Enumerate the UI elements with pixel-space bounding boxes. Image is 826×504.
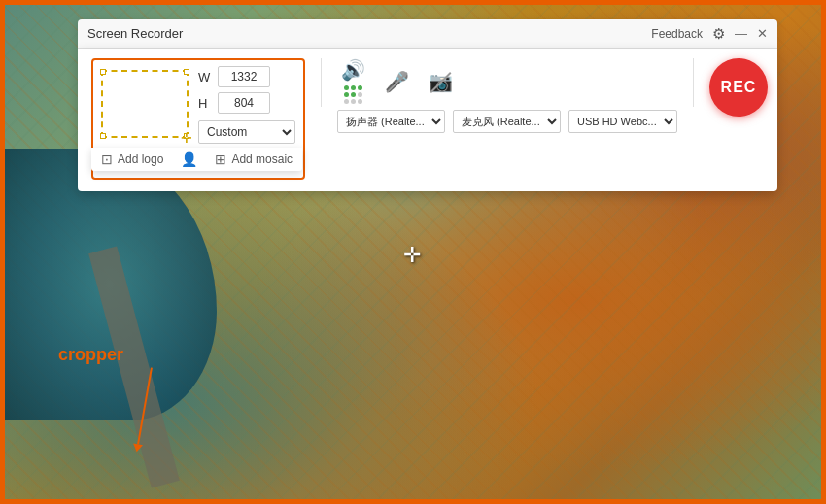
close-button[interactable]: ✕ — [757, 26, 768, 41]
window-title: Screen Recorder — [87, 26, 183, 41]
camera-control: 📷 — [429, 70, 453, 93]
dot-4 — [344, 92, 349, 97]
av-selects-row: 扬声器 (Realte... 麦克风 (Realte... USB HD Web… — [337, 110, 677, 133]
camera-icon: 📷 — [429, 70, 453, 93]
settings-icon[interactable]: ⚙ — [712, 25, 725, 43]
bottom-tools-bar: ⊡ Add logo 👤 ⊞ Add mosaic — [91, 148, 302, 171]
handle-bl — [100, 133, 106, 139]
width-input[interactable] — [218, 66, 270, 87]
av-icons-row: 🔊 🎤 📷 — [337, 58, 677, 104]
dot-7 — [344, 99, 349, 104]
cropper-label: cropper — [58, 345, 123, 365]
av-controls: 🔊 🎤 📷 — [337, 58, 677, 133]
speaker-icon: 🔊 — [341, 58, 365, 82]
height-input[interactable] — [218, 92, 270, 114]
title-controls: Feedback ⚙ — ✕ — [651, 25, 768, 43]
add-logo-icon: ⊡ — [101, 151, 113, 167]
mic-select[interactable]: 麦克风 (Realte... — [453, 110, 561, 133]
dot-9 — [358, 99, 362, 104]
height-label: H — [198, 96, 212, 111]
mosaic-icon: ⊞ — [215, 151, 226, 167]
add-mosaic-tool[interactable]: ⊞ Add mosaic — [215, 151, 293, 167]
add-logo-label: Add logo — [118, 152, 163, 166]
speaker-select[interactable]: 扬声器 (Realte... — [337, 110, 445, 133]
rec-button[interactable]: REC — [709, 58, 768, 117]
dot-8 — [351, 99, 356, 104]
width-label: W — [198, 70, 212, 84]
dot-3 — [358, 85, 362, 90]
title-bar: Screen Recorder Feedback ⚙ — ✕ — [78, 19, 777, 49]
rec-divider — [693, 58, 694, 107]
mic-control: 🎤 — [385, 70, 409, 93]
handle-tl — [100, 69, 106, 75]
speaker-control: 🔊 — [341, 58, 365, 104]
width-row: W — [198, 66, 295, 87]
av-divider — [321, 58, 322, 107]
camera-select[interactable]: USB HD Webc... — [568, 110, 677, 133]
mic-icon: 🎤 — [385, 70, 409, 93]
speaker-level-dots — [344, 85, 362, 104]
dot-1 — [344, 85, 349, 90]
dot-6 — [358, 92, 362, 97]
minimize-button[interactable]: — — [735, 26, 747, 41]
add-person-tool[interactable]: 👤 — [181, 151, 197, 167]
selection-crosshair: ✛ — [181, 130, 192, 142]
height-row: H — [198, 92, 295, 114]
move-cursor: ✛ — [403, 243, 421, 268]
dot-5 — [351, 92, 356, 97]
preset-select[interactable]: Custom Full Screen 720p 1080p — [198, 120, 295, 144]
selection-area: ✛ — [101, 70, 189, 138]
person-icon: 👤 — [181, 151, 197, 167]
add-mosaic-label: Add mosaic — [231, 152, 293, 166]
feedback-link[interactable]: Feedback — [651, 27, 703, 41]
add-logo-tool[interactable]: ⊡ Add logo — [101, 151, 163, 167]
dot-2 — [351, 85, 356, 90]
handle-tr — [184, 69, 189, 75]
